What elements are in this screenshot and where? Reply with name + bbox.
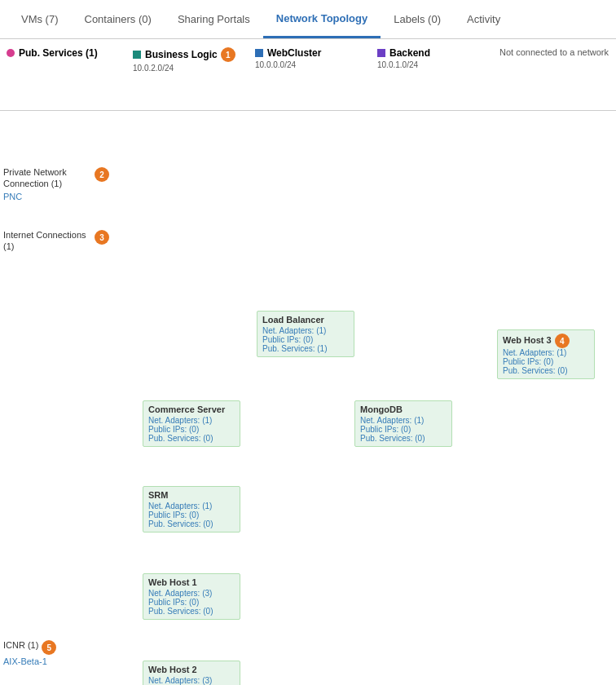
mongo-pub-services: Pub. Services: (0) bbox=[360, 434, 447, 443]
tab-labels[interactable]: Labels (0) bbox=[381, 2, 454, 37]
icnr-sidebar-label: ICNR (1) 5 AIX-Beta-1 bbox=[3, 639, 109, 666]
col-title-webcluster: WebCluster bbox=[267, 47, 321, 59]
business-logic-badge: 1 bbox=[221, 47, 235, 62]
col-header-business-logic: Business Logic 1 10.0.2.0/24 bbox=[126, 39, 249, 110]
lb-title: Load Balancer bbox=[262, 315, 349, 325]
vm-card-load-balancer[interactable]: Load Balancer Net. Adapters: (1) Public … bbox=[257, 311, 354, 357]
icnr-link[interactable]: AIX-Beta-1 bbox=[3, 656, 109, 666]
vm-card-web-host-1[interactable]: Web Host 1 Net. Adapters: (3) Public IPs… bbox=[143, 573, 240, 620]
icnr-label-text: ICNR (1) bbox=[3, 639, 38, 651]
tab-network-topology[interactable]: Network Topology bbox=[263, 1, 381, 38]
wh1-pub-services: Pub. Services: (0) bbox=[148, 607, 235, 616]
internet-sidebar-label: Internet Connections (1) 3 bbox=[3, 229, 109, 253]
wh1-net-adapters: Net. Adapters: (3) bbox=[148, 589, 235, 598]
col-title-not-connected: Not connected to a network bbox=[499, 47, 609, 57]
col-header-not-connected: Not connected to a network bbox=[493, 39, 616, 110]
col-header-pub-services: Pub. Services (1) bbox=[0, 39, 126, 110]
srm-pub-services: Pub. Services: (0) bbox=[148, 519, 235, 528]
mongo-title: MongoDB bbox=[360, 404, 447, 414]
wh3-public-ips: Public IPs: (0) bbox=[503, 357, 589, 366]
wh3-pub-services: Pub. Services: (0) bbox=[503, 366, 589, 375]
tab-vms[interactable]: VMs (7) bbox=[8, 2, 72, 37]
topology-diagram: Pub. Services (1) Business Logic 1 10.0.… bbox=[0, 39, 616, 685]
col-title-pub-services: Pub. Services (1) bbox=[19, 47, 98, 59]
pnc-sidebar-label: Private Network Connection (1) 2 PNC bbox=[3, 166, 109, 201]
icnr-badge: 5 bbox=[42, 640, 56, 655]
vm-card-web-host-2[interactable]: Web Host 2 Net. Adapters: (3) Public IPs… bbox=[143, 661, 240, 685]
col-subtitle-webcluster: 10.0.0.0/24 bbox=[255, 60, 364, 69]
wh3-badge: 4 bbox=[555, 334, 570, 348]
lb-net-adapters: Net. Adapters: (1) bbox=[262, 326, 349, 335]
tab-activity[interactable]: Activity bbox=[454, 2, 513, 37]
col-subtitle-backend: 10.0.1.0/24 bbox=[377, 60, 486, 69]
col-title-backend: Backend bbox=[389, 47, 430, 59]
col-header-backend: Backend 10.0.1.0/24 bbox=[371, 39, 493, 110]
srm-title: SRM bbox=[148, 490, 235, 500]
pnc-badge: 2 bbox=[95, 167, 109, 182]
wh2-net-adapters: Net. Adapters: (3) bbox=[148, 676, 235, 685]
col-title-business-logic: Business Logic bbox=[145, 49, 218, 60]
tab-bar: VMs (7) Containers (0) Sharing Portals N… bbox=[0, 0, 616, 39]
mongo-net-adapters: Net. Adapters: (1) bbox=[360, 416, 447, 425]
tab-containers[interactable]: Containers (0) bbox=[72, 2, 165, 37]
srm-public-ips: Public IPs: (0) bbox=[148, 510, 235, 519]
vm-card-mongodb[interactable]: MongoDB Net. Adapters: (1) Public IPs: (… bbox=[354, 400, 452, 447]
internet-label-text: Internet Connections (1) bbox=[3, 229, 91, 253]
cs-public-ips: Public IPs: (0) bbox=[148, 425, 235, 434]
internet-badge: 3 bbox=[95, 230, 109, 245]
vm-card-web-host-3[interactable]: Web Host 3 4 Net. Adapters: (1) Public I… bbox=[497, 329, 595, 379]
mongo-public-ips: Public IPs: (0) bbox=[360, 425, 447, 434]
tab-sharing-portals[interactable]: Sharing Portals bbox=[165, 2, 263, 37]
pnc-label-text: Private Network Connection (1) bbox=[3, 166, 91, 190]
wh1-title: Web Host 1 bbox=[148, 577, 235, 587]
wh3-title: Web Host 3 bbox=[503, 335, 552, 345]
pnc-link[interactable]: PNC bbox=[3, 192, 109, 201]
cs-title: Commerce Server bbox=[148, 404, 235, 414]
vm-card-srm[interactable]: SRM Net. Adapters: (1) Public IPs: (0) P… bbox=[143, 486, 240, 533]
srm-net-adapters: Net. Adapters: (1) bbox=[148, 502, 235, 510]
wh1-public-ips: Public IPs: (0) bbox=[148, 598, 235, 607]
diagram-area: Private Network Connection (1) 2 PNC Int… bbox=[0, 111, 616, 685]
lb-pub-services: Pub. Services: (1) bbox=[262, 344, 349, 353]
lb-public-ips: Public IPs: (0) bbox=[262, 335, 349, 344]
col-header-webcluster: WebCluster 10.0.0.0/24 bbox=[249, 39, 371, 110]
wh3-net-adapters: Net. Adapters: (1) bbox=[503, 348, 589, 357]
cs-net-adapters: Net. Adapters: (1) bbox=[148, 416, 235, 425]
vm-card-commerce-server[interactable]: Commerce Server Net. Adapters: (1) Publi… bbox=[143, 400, 240, 447]
col-subtitle-business-logic: 10.0.2.0/24 bbox=[133, 64, 242, 73]
wh2-title: Web Host 2 bbox=[148, 665, 235, 674]
cs-pub-services: Pub. Services: (0) bbox=[148, 434, 235, 443]
